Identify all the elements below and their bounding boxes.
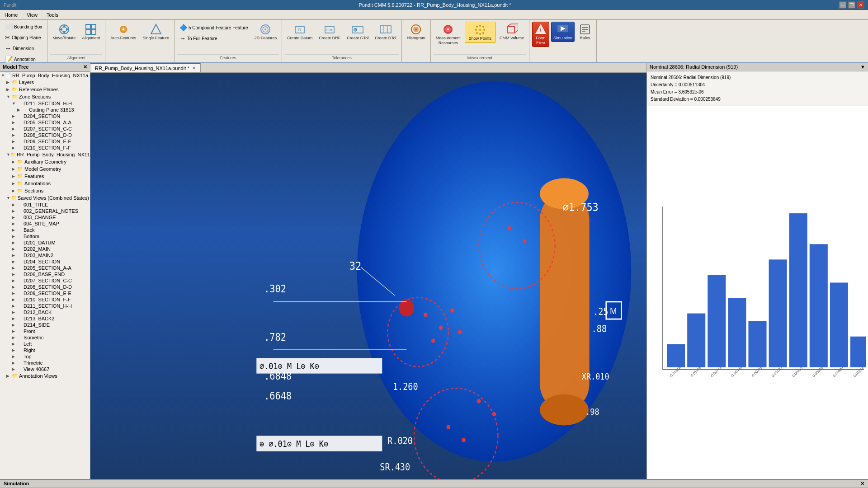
histogram-info: Nominal 28606: Radial Dimension (919) Un… <box>647 71 868 106</box>
tree-item-sv-d208[interactable]: ▶ D208_SECTION_D-D <box>0 284 90 290</box>
tree-item-sv-d212[interactable]: ▶ D212_BACK <box>0 309 90 315</box>
tree-item-sv-isometric[interactable]: ▶ Isometric <box>0 334 90 341</box>
tree-item-sv-bottom[interactable]: ▶ Bottom <box>0 233 90 239</box>
viewport-tab-main[interactable]: RR_Pump_Body_Housing_NX11a.pundit * ✕ <box>90 63 201 72</box>
tree-item-sv-d202[interactable]: ▶ D202_MAIN <box>0 246 90 252</box>
tree-item-sv-004[interactable]: ▶ 004_SITE_MAP <box>0 221 90 227</box>
right-panel-title: Nominal 28606: Radial Dimension (919) <box>650 64 738 70</box>
create-dtol-button[interactable]: Create DTol <box>373 22 399 42</box>
tree-item-sv-d201[interactable]: ▶ D201_DATUM <box>0 239 90 246</box>
tree-item-annotations[interactable]: ▶Annotations <box>0 180 90 187</box>
hist-bar-0 <box>667 344 685 367</box>
compound-feature-button[interactable]: 🔷 5 Compound Feature Feature <box>177 23 250 33</box>
show-points-button[interactable]: Show Points <box>465 22 495 43</box>
tree-label-sv-view40667: View 40667 <box>24 366 49 372</box>
svg-text:XR.010: XR.010 <box>582 371 609 381</box>
menu-home[interactable]: Home <box>0 10 22 19</box>
tree-item-sv-d209[interactable]: ▶ D209_SECTION_E-E <box>0 290 90 296</box>
form-error-button[interactable]: ! FormError <box>532 22 549 47</box>
tree-item-sv-top[interactable]: ▶ Top <box>0 353 90 360</box>
tree-item-sv-d204[interactable]: ▶ D204_SECTION <box>0 258 90 265</box>
tree-item-cp31613[interactable]: ▶ Cutting Plane 31613 <box>0 107 90 113</box>
create-drf-button[interactable]: DRF Create DRF <box>316 22 343 42</box>
right-panel: Nominal 28606: Radial Dimension (919) ▼ … <box>646 63 868 479</box>
right-panel-collapse-icon[interactable]: ▼ <box>860 64 865 70</box>
tree-item-d207[interactable]: ▶ D207_SECTION_C-C <box>0 126 90 132</box>
tree-item-root[interactable]: ▼📄RR_Pump_Body_Housing_NX11a.qif <box>0 72 90 79</box>
tree-arrow-sv-d206: ▶ <box>12 272 17 277</box>
create-sampling-button[interactable]: Histogram <box>405 22 428 42</box>
tree-item-saved-views[interactable]: ▼Saved Views (Combined States) <box>0 194 90 202</box>
tree-item-sections[interactable]: ▶Sections <box>0 187 90 194</box>
viewport-tab-close-icon[interactable]: ✕ <box>192 66 196 70</box>
tree-item-sv-d214[interactable]: ▶ D214_SIDE <box>0 322 90 328</box>
tree-label-sv-d207: D207_SECTION_C-C <box>24 278 72 283</box>
minimize-button[interactable]: — <box>839 1 846 9</box>
tree-item-sv-view40667[interactable]: ▶ View 40667 <box>0 366 90 372</box>
menu-tools[interactable]: Tools <box>42 10 63 19</box>
move-rotate-button[interactable]: Move/Rotate <box>50 22 78 42</box>
viewport[interactable]: .302 .782 .6848 .6648 ⌀.01⊙ M L⊙ K⊙ ⊕ ⌀.… <box>90 73 646 479</box>
tree-item-sv-002[interactable]: ▶ 002_GENERAL_NOTES <box>0 208 90 214</box>
tree-arrow-sv-left: ▶ <box>12 342 17 346</box>
tree-item-layers[interactable]: ▶Layers <box>0 79 90 86</box>
tree-item-model-geom[interactable]: ▶Model Geometry <box>0 165 90 173</box>
tree-item-annotation-views[interactable]: ▶Annotation Views <box>0 372 90 380</box>
tree-item-sv-d203[interactable]: ▶ D203_MAIN2 <box>0 252 90 258</box>
dimension-button[interactable]: ↔ Dimension <box>3 43 44 53</box>
clipping-plane-button[interactable]: ✂ Clipping Plane <box>3 33 44 42</box>
2d-features-button[interactable]: 2D Features <box>252 22 279 42</box>
model-tree-close-icon[interactable]: ✕ <box>83 64 87 70</box>
tree-item-aux-geom[interactable]: ▶Auxiliary Geometry <box>0 158 90 165</box>
tree-item-rr-pump[interactable]: ▼RR_Pump_Body_Housing_NX11 <box>0 151 90 158</box>
tree-item-sv-right[interactable]: ▶ Right <box>0 347 90 353</box>
simulation-close-icon[interactable]: ✕ <box>860 481 864 487</box>
auto-features-button[interactable]: Auto-Features <box>108 22 138 42</box>
menu-view[interactable]: View <box>22 10 42 19</box>
tree-item-sv-d211[interactable]: ▶ D211_SECTION_H-H <box>0 303 90 309</box>
tree-item-sv-d213[interactable]: ▶ D213_BACK2 <box>0 315 90 322</box>
tree-item-sv-003[interactable]: ▶ 003_CHANGE <box>0 214 90 221</box>
tree-label-sv-d214: D214_SIDE <box>24 322 50 328</box>
tree-item-sv-d210[interactable]: ▶ D210_SECTION_F-F <box>0 296 90 303</box>
tree-arrow-sv-d212: ▶ <box>12 310 17 314</box>
tree-item-d211[interactable]: ▼ D211_SECTION_H-H <box>0 100 90 107</box>
tree-item-sv-trimetric[interactable]: ▶ Trimetric <box>0 360 90 366</box>
tree-item-sv-d205[interactable]: ▶ D205_SECTION_A-A <box>0 265 90 271</box>
create-dtol-label: Create DTol <box>375 36 396 41</box>
tree-item-sv-back[interactable]: ▶ Back <box>0 227 90 233</box>
cmm-volume-button[interactable]: CMM Volume <box>497 22 526 42</box>
tree-item-d209[interactable]: ▶ D209_SECTION_E-E <box>0 138 90 145</box>
tree-item-sv-left[interactable]: ▶ Left <box>0 341 90 347</box>
tree-item-ref-planes[interactable]: ▶Reference Planes <box>0 86 90 93</box>
create-gtol-button[interactable]: Create GTol <box>344 22 371 42</box>
tree-item-d210[interactable]: ▶ D210_SECTION_F-F <box>0 145 90 151</box>
tree-item-sv-front[interactable]: ▶ Front <box>0 328 90 334</box>
main-layout: Model Tree ✕ ▼📄RR_Pump_Body_Housing_NX11… <box>0 63 868 479</box>
tree-item-sv-d207[interactable]: ▶ D207_SECTION_C-C <box>0 277 90 284</box>
hist-label-8: 0.00986 <box>832 366 844 378</box>
tree-label-d210: D210_SECTION_F-F <box>24 145 71 150</box>
tree-arrow-root: ▼ <box>1 73 5 78</box>
tree-item-d205[interactable]: ▶ D205_SECTION_A-A <box>0 119 90 126</box>
to-full-feature-button[interactable]: → To Full Feature <box>177 33 250 43</box>
svg-point-52 <box>540 394 589 426</box>
bounding-box-button[interactable]: ⬜ Bounding Box <box>3 22 44 32</box>
measurement-resources-button[interactable]: MeasurementResources <box>434 22 463 47</box>
tree-item-sv-001[interactable]: ▶ 001_TITLE <box>0 202 90 208</box>
tree-item-sv-d206[interactable]: ▶ D206_BASE_END <box>0 271 90 277</box>
model-tree-content[interactable]: ▼📄RR_Pump_Body_Housing_NX11a.qif▶Layers▶… <box>0 72 90 479</box>
tree-item-zone-sections[interactable]: ▼Zone Sections <box>0 93 90 100</box>
simulation-button[interactable]: ▶ Simulation <box>551 22 575 42</box>
create-datum-button[interactable]: D Create Datum <box>285 22 315 42</box>
ribbon-group-tolerances: D Create Datum DRF Create DRF Create GTo… <box>282 20 402 62</box>
rules-button[interactable]: Rules <box>576 22 594 42</box>
tree-item-features[interactable]: ▶Features <box>0 173 90 180</box>
tree-item-d208[interactable]: ▶ D208_SECTION_D-D <box>0 132 90 138</box>
close-button[interactable]: ✕ <box>857 1 864 9</box>
alignment-button[interactable]: Alignment <box>80 22 102 42</box>
restore-button[interactable]: ❐ <box>848 1 855 9</box>
tree-item-d204[interactable]: ▶ D204_SECTION <box>0 113 90 119</box>
ribbon-simulation-content: ! FormError ▶ Simulation Rules <box>532 22 594 59</box>
single-feature-button[interactable]: Single Feature <box>140 22 171 42</box>
